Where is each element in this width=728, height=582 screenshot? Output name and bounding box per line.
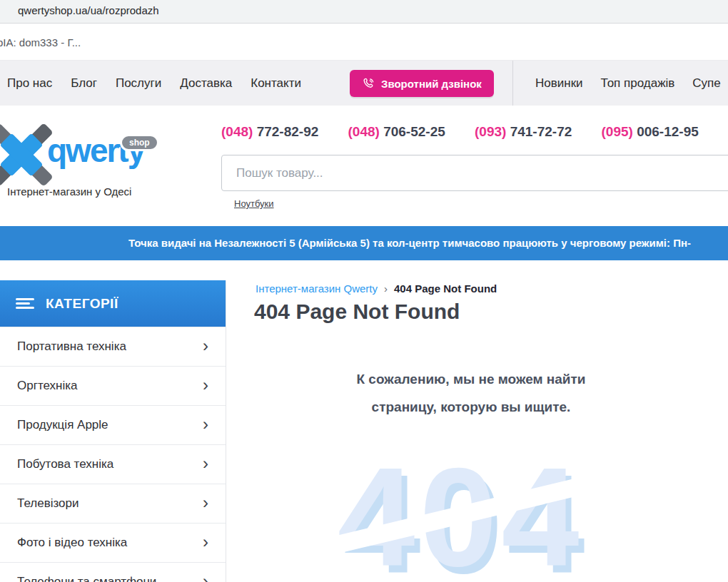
nav-left-group: Про нас Блог Послуги Доставка Контакти [7,61,301,106]
tab-title[interactable]: bIA: dom333 - Г... [0,36,81,48]
categories-sidebar: КАТЕГОРІЇ Портативна техніка › Оргтехнік… [0,280,226,582]
nav-divider [512,61,513,106]
category-label: Фото і відео техніка [17,536,127,550]
sidebar-item-phones[interactable]: Телефони та смартфони › [0,562,226,582]
nav-item-services[interactable]: Послуги [116,76,161,91]
nav-item-contacts[interactable]: Контакти [251,76,301,91]
page-title: 404 Page Not Found [254,300,460,324]
breadcrumb: Інтернет-магазин Qwerty › 404 Page Not F… [256,282,497,295]
breadcrumb-current: 404 Page Not Found [394,282,497,295]
phone-number[interactable]: (095) 006-12-95 [602,124,728,140]
nav-item-top-sales[interactable]: Топ продажів [601,76,675,91]
category-label: Продукція Apple [17,418,108,432]
chevron-right-icon: › [203,534,208,551]
search-input[interactable] [221,155,728,191]
phone-area-code: (048) [221,124,253,139]
breadcrumb-separator: › [384,282,388,295]
url-text[interactable]: qwertyshop.ua/ua/rozprodazh [18,4,159,16]
info-banner: Точка видачі на Незалежності 5 (Армійськ… [0,226,728,260]
logo-x-icon[interactable] [0,123,53,189]
brand-tagline: Інтернет-магазин у Одесі [7,185,131,198]
not-found-message-line2: страницу, которую вы ищите. [250,393,692,421]
phone-number[interactable]: (048) 706-52-25 [348,124,475,140]
nav-item-delivery[interactable]: Доставка [180,76,232,91]
chevron-right-icon: › [203,573,208,582]
phone-number[interactable]: (048) 772-82-92 [221,124,348,140]
not-found-message: К сожалению, мы не можем найти страницу,… [250,365,692,421]
callback-button[interactable]: Зворотний дзвінок [350,70,494,97]
category-label: Телевізори [17,496,79,511]
phone-ring-icon [362,77,375,91]
category-label: Побутова техніка [17,457,113,471]
brand-shop-badge: shop [120,134,159,151]
chevron-right-icon: › [203,377,208,394]
category-label: Оргтехніка [17,379,78,393]
phone-digits: 706-52-25 [380,124,445,139]
categories-header[interactable]: КАТЕГОРІЇ [0,280,226,327]
chevron-right-icon: › [203,337,208,354]
browser-tab-strip: bIA: dom333 - Г... [0,24,728,61]
category-label: Телефони та смартфони [17,575,156,582]
browser-url-bar[interactable]: qwertyshop.ua/ua/rozprodazh [0,0,728,24]
callback-button-label: Зворотний дзвінок [381,78,482,90]
chevron-right-icon: › [203,416,208,433]
nav-item-new[interactable]: Новинки [535,76,583,91]
nav-right-group: Новинки Топ продажів Супе [535,61,721,106]
quick-link-laptops[interactable]: Ноутбуки [234,198,274,209]
categories-title: КАТЕГОРІЇ [46,296,118,312]
sidebar-item-office[interactable]: Оргтехніка › [0,366,226,405]
phone-area-code: (095) [602,124,633,139]
chevron-right-icon: › [203,494,208,511]
page: qwertyshop.ua/ua/rozprodazh bIA: dom333 … [0,0,728,582]
phone-area-code: (093) [475,124,506,139]
phone-area-code: (048) [348,124,380,139]
breadcrumb-home-link[interactable]: Інтернет-магазин Qwerty [256,282,378,295]
category-label: Портативна техніка [17,340,126,354]
phone-list: (048) 772-82-92 (048) 706-52-25 (093) 74… [221,124,728,140]
not-found-message-line1: К сожалению, мы не можем найти [250,365,692,393]
sidebar-item-portable[interactable]: Портативна техніка › [0,327,226,366]
chevron-right-icon: › [203,455,208,472]
nav-item-blog[interactable]: Блог [71,76,97,91]
sidebar-item-photo-video[interactable]: Фото і відео техніка › [0,523,226,562]
info-banner-text: Точка видачі на Незалежності 5 (Армійськ… [128,226,691,260]
sidebar-item-appliances[interactable]: Побутова техніка › [0,444,226,484]
sidebar-item-tv[interactable]: Телевізори › [0,484,226,523]
site-header: qwerty shop Інтернет-магазин у Одесі (04… [0,106,728,218]
hamburger-icon [16,298,34,310]
nav-item-super[interactable]: Супе [692,76,720,91]
sidebar-item-apple[interactable]: Продукція Apple › [0,405,226,444]
nav-item-about[interactable]: Про нас [7,76,52,91]
phone-digits: 006-12-95 [633,124,699,139]
phone-digits: 772-82-92 [253,124,318,139]
phone-digits: 741-72-72 [506,124,572,139]
phone-number[interactable]: (093) 741-72-72 [475,124,602,140]
